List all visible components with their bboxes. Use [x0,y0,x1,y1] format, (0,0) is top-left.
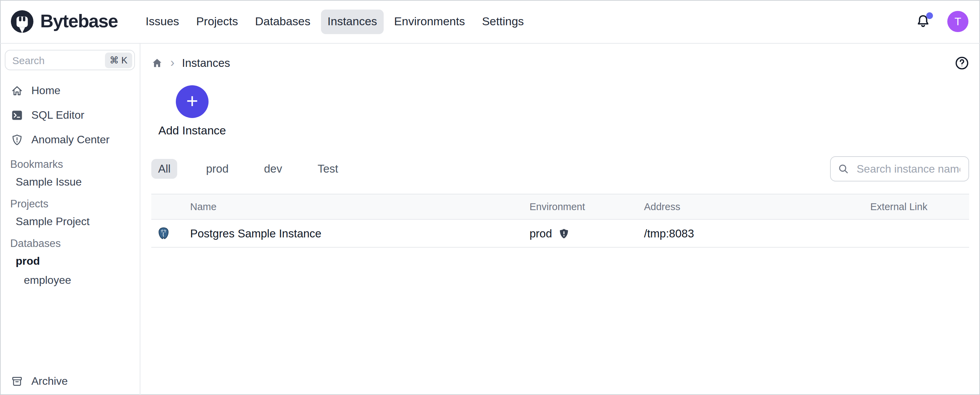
environment-filter-tabs: All prod dev Test [151,159,345,179]
sidebar-item-archive[interactable]: Archive [0,369,140,393]
filter-tab-dev[interactable]: dev [257,159,289,179]
sidebar-item-sample-issue[interactable]: Sample Issue [0,173,140,192]
nav-item-issues[interactable]: Issues [139,9,186,34]
sidebar-item-env-prod[interactable]: prod [0,252,140,271]
breadcrumb-row: › Instances [151,44,969,82]
col-header-address: Address [644,201,870,212]
sidebar: ⌘ K Home SQL Editor [0,44,140,395]
sidebar-search: ⌘ K [5,50,135,70]
filter-row: All prod dev Test [151,156,969,181]
help-button[interactable] [954,55,969,70]
sidebar-section-databases: Databases [0,235,140,252]
nav-item-instances[interactable]: Instances [321,9,384,34]
nav-item-projects[interactable]: Projects [189,9,245,34]
notification-dot [926,12,933,19]
brand-name: Bytebase [40,11,118,32]
instance-search-box [830,156,969,181]
user-avatar[interactable]: T [947,11,969,32]
instance-address-cell: /tmp:8083 [644,227,870,240]
sql-editor-icon [11,109,23,122]
nav-item-databases[interactable]: Databases [248,9,317,34]
instance-name-cell: Postgres Sample Instance [151,227,530,240]
question-mark-circle-icon [955,56,969,70]
shield-exclamation-icon [11,134,23,146]
keyboard-shortcut-badge: ⌘ K [105,52,132,68]
archive-icon [11,375,23,387]
sidebar-section-bookmarks: Bookmarks [0,156,140,173]
sidebar-item-label: SQL Editor [31,109,84,122]
notification-bell-button[interactable] [915,13,931,30]
sidebar-item-anomaly-center[interactable]: Anomaly Center [0,128,140,152]
col-header-name: Name [151,201,530,212]
shield-exclamation-solid-icon [558,227,570,239]
sidebar-item-db-employee[interactable]: employee [0,271,140,290]
instance-search-input[interactable] [855,162,962,176]
top-navbar: Bytebase Issues Projects Databases Insta… [0,0,980,44]
breadcrumb-current: Instances [182,56,230,69]
sidebar-item-label: Archive [31,375,68,387]
instance-name: Postgres Sample Instance [190,227,321,240]
nav-item-environments[interactable]: Environments [387,9,472,34]
instances-table: Name Environment Address External Link [151,194,969,248]
filter-tab-prod[interactable]: prod [199,159,235,179]
main-menu: Issues Projects Databases Instances Envi… [139,9,531,34]
bytebase-logo-icon [10,10,34,34]
main-content: › Instances + Add Instance [140,44,980,395]
topnav-right: T [915,11,980,32]
sidebar-item-label: Home [31,85,60,97]
sidebar-item-sql-editor[interactable]: SQL Editor [0,103,140,128]
col-header-environment: Environment [530,201,644,212]
magnifier-icon [838,163,849,175]
instance-environment-cell: prod [530,227,644,240]
filter-tab-all[interactable]: All [151,159,178,179]
sidebar-nav: Home SQL Editor Anomal [0,78,140,152]
table-row[interactable]: Postgres Sample Instance prod /tmp:8083 [151,220,969,248]
chevron-right-icon: › [170,57,175,69]
plus-circle: + [176,85,208,118]
breadcrumb-home-icon[interactable] [151,57,163,69]
postgresql-elephant-icon [157,227,170,240]
table-header: Name Environment Address External Link [151,194,969,220]
instance-address: /tmp:8083 [644,227,694,239]
home-logo-link[interactable]: Bytebase [10,10,118,34]
home-icon [11,85,23,97]
col-header-external-link: External Link [870,201,969,212]
plus-icon: + [186,91,198,111]
sidebar-item-label: Anomaly Center [31,134,110,146]
sidebar-item-home[interactable]: Home [0,78,140,103]
app-window: Bytebase Issues Projects Databases Insta… [0,0,980,395]
breadcrumb: › Instances [151,56,230,69]
sidebar-item-sample-project[interactable]: Sample Project [0,212,140,231]
add-instance-label: Add Instance [158,124,226,138]
add-instance-button[interactable]: + Add Instance [159,85,225,138]
sidebar-section-projects: Projects [0,196,140,212]
filter-tab-test[interactable]: Test [311,159,345,179]
environment-name: prod [530,227,552,240]
nav-item-settings[interactable]: Settings [475,9,531,34]
